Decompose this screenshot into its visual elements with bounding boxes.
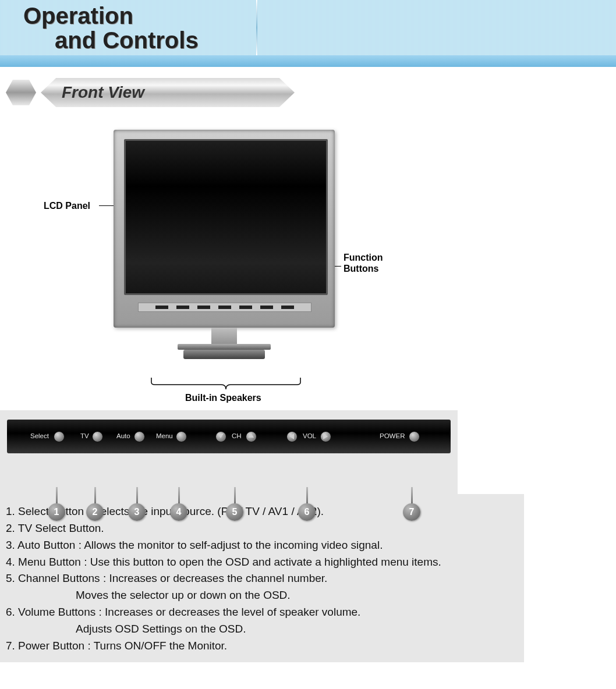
callout-1-num: 1 — [54, 507, 59, 517]
callout-2: 2 — [86, 503, 104, 521]
callout-7: 7 — [403, 503, 420, 521]
desc-line-6b: Adjusts OSD Settings on the OSD. — [76, 623, 518, 635]
function-buttons-label: Function Buttons — [344, 252, 383, 274]
callout-stem — [234, 487, 236, 503]
lcd-panel-label: LCD Panel — [44, 201, 90, 211]
function-buttons-label-l2: Buttons — [344, 263, 383, 274]
speakers-brace-icon — [150, 377, 302, 389]
speakers-label: Built-in Speakers — [185, 393, 261, 403]
callout-5: 5 — [226, 503, 243, 521]
callout-6: 6 — [298, 503, 316, 521]
function-buttons-label-l1: Function — [344, 252, 383, 263]
desc-line-6: 6. Volume Buttons : Increases or decreas… — [6, 606, 518, 619]
callout-1: 1 — [48, 503, 65, 521]
section-heading-row: Front View — [5, 77, 616, 108]
power-label: POWER — [380, 432, 405, 439]
callout-5-num: 5 — [232, 507, 238, 517]
callout-2-num: 2 — [93, 507, 98, 517]
desc-line-2: 2. TV Select Button. — [6, 522, 518, 535]
header-divider — [256, 0, 257, 55]
desc-line-1: 1. Select Button : Selects the input sou… — [6, 505, 518, 518]
menu-label: Menu — [156, 432, 173, 439]
callout-stem — [136, 487, 138, 503]
panel-number-callouts: 1 2 3 4 5 6 7 — [5, 453, 453, 494]
triangle-down-icon — [218, 434, 224, 438]
tv-button[interactable] — [92, 431, 103, 442]
page-title: Operation and Controls — [23, 3, 199, 52]
triangle-up-icon — [248, 433, 254, 438]
section-title-bar: Front View — [41, 78, 295, 107]
desc-line-5b: Moves the selector up or down on the OSD… — [76, 589, 518, 602]
triangle-right-icon — [323, 434, 328, 439]
monitor-stand-base-top — [178, 344, 271, 350]
desc-line-4: 4. Menu Button : Use this button to open… — [6, 556, 518, 569]
tv-label: TV — [80, 432, 89, 439]
callout-stem — [306, 487, 308, 503]
auto-button[interactable] — [134, 431, 145, 442]
button-descriptions: 1. Select Button : Selects the input sou… — [0, 494, 524, 662]
desc-line-3: 3. Auto Button : Allows the monitor to s… — [6, 539, 518, 552]
ch-label: CH — [232, 432, 242, 439]
power-button[interactable] — [409, 431, 420, 442]
front-view-diagram: LCD Panel Function Buttons Built-in Spea… — [0, 125, 454, 410]
select-label: Select — [30, 432, 49, 439]
callout-7-num: 7 — [409, 507, 415, 517]
svg-marker-0 — [6, 80, 36, 105]
select-button[interactable] — [54, 431, 65, 442]
vol-label: VOL — [303, 432, 316, 439]
callout-stem — [411, 487, 413, 503]
monitor-stand-base — [183, 350, 265, 359]
monitor-button-strip — [138, 303, 311, 312]
callout-3-num: 3 — [134, 507, 140, 517]
title-line-2: and Controls — [55, 28, 199, 52]
callout-3: 3 — [128, 503, 146, 521]
title-line-1: Operation — [23, 3, 199, 28]
button-panel-strip: Select TV Auto Menu CH VOL POWER — [7, 420, 451, 453]
callout-4: 4 — [170, 503, 187, 521]
desc-line-7: 7. Power Button : Turns ON/OFF the Monit… — [6, 640, 518, 652]
callout-stem — [178, 487, 180, 503]
section-title: Front View — [62, 83, 144, 102]
desc-line-5: 5. Channel Buttons : Increases or decrea… — [6, 572, 518, 585]
auto-label: Auto — [116, 432, 130, 439]
callout-stem — [94, 487, 96, 503]
monitor-screen — [124, 139, 328, 295]
hexagon-bullet-icon — [5, 77, 37, 108]
callout-6-num: 6 — [305, 507, 310, 517]
button-panel-area: Select TV Auto Menu CH VOL POWER 1 — [0, 410, 458, 494]
callout-stem — [56, 487, 58, 503]
callout-4-num: 4 — [176, 507, 182, 517]
monitor-illustration — [114, 130, 335, 380]
menu-button[interactable] — [176, 431, 187, 442]
header-bottom-bar — [0, 55, 616, 67]
triangle-left-icon — [289, 434, 294, 439]
page-header: Operation and Controls — [0, 0, 616, 55]
